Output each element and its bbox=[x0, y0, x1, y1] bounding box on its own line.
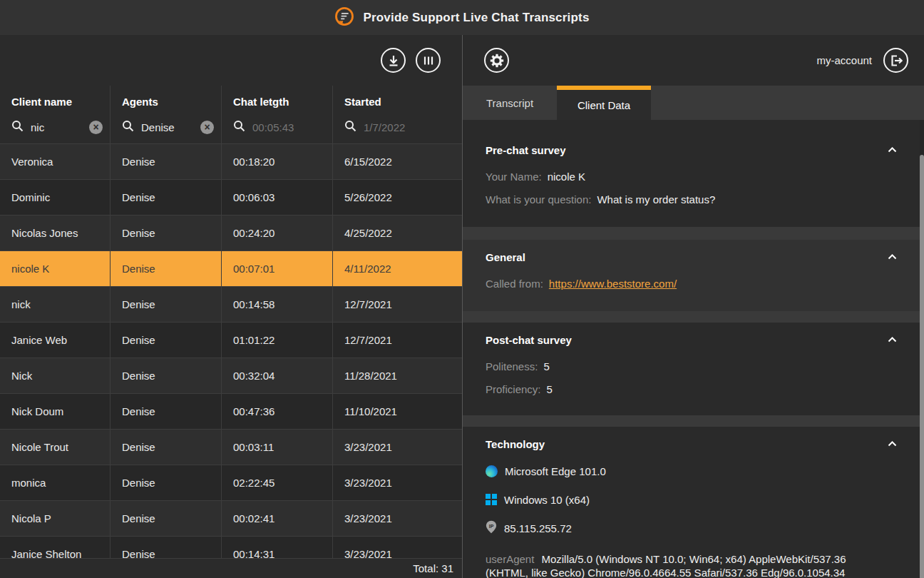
cell-agent: Denise bbox=[111, 323, 222, 358]
cell-started: 3/23/2021 bbox=[333, 501, 462, 536]
cell-client-name: Janice Web bbox=[0, 323, 111, 358]
table-body: VeronicaDenise00:18:206/15/2022DominicDe… bbox=[0, 143, 462, 578]
cell-agent: Denise bbox=[111, 216, 222, 250]
client-data-content: Pre-chat survey Your Name:nicole K What … bbox=[463, 120, 924, 578]
cell-agent: Denise bbox=[111, 180, 222, 215]
search-icon bbox=[11, 120, 24, 135]
cell-agent: Denise bbox=[111, 144, 222, 179]
detail-toolbar: my-account bbox=[463, 35, 924, 86]
os-info: Windows 10 (x64) bbox=[486, 492, 898, 507]
cell-agent: Denise bbox=[111, 394, 222, 429]
clear-filter-icon[interactable]: × bbox=[89, 121, 103, 134]
cell-chat-length: 00:06:03 bbox=[222, 180, 333, 215]
account-name: my-account bbox=[816, 54, 872, 66]
cell-started: 12/7/2021 bbox=[333, 287, 462, 322]
logout-button[interactable] bbox=[883, 48, 908, 73]
section-general: General Called from:https://www.beststor… bbox=[463, 240, 924, 311]
cell-agent: Denise bbox=[111, 465, 222, 500]
search-icon bbox=[344, 120, 356, 135]
columns-settings-button[interactable] bbox=[416, 48, 441, 73]
cell-agent: Denise bbox=[111, 358, 222, 393]
cell-client-name: Nick Doum bbox=[0, 394, 111, 429]
transcript-detail-panel: my-account Transcript Client Data bbox=[462, 35, 924, 578]
detail-tabs: Transcript Client Data bbox=[463, 86, 924, 120]
svg-text:IP: IP bbox=[489, 524, 494, 529]
column-title: Client name bbox=[11, 96, 110, 108]
table-row[interactable]: Nick DoumDenise00:47:3611/10/2021 bbox=[0, 393, 462, 429]
field-question: What is your question:What is my order s… bbox=[486, 193, 898, 207]
agents-filter-input[interactable] bbox=[141, 121, 193, 133]
section-post-chat-survey: Post-chat survey Politeness:5 Proficienc… bbox=[463, 323, 924, 415]
transcripts-list-panel: Client name × Agents bbox=[0, 35, 462, 578]
section-title: Pre-chat survey bbox=[486, 144, 566, 156]
field-proficiency: Proficiency:5 bbox=[486, 382, 898, 397]
section-technology: Technology Microsoft Edge 101.0 Windows … bbox=[463, 427, 924, 578]
browser-info: Microsoft Edge 101.0 bbox=[486, 464, 898, 478]
ip-info: IP 85.115.255.72 bbox=[486, 521, 898, 535]
ip-icon: IP bbox=[486, 520, 497, 536]
logout-icon bbox=[885, 49, 908, 72]
cell-chat-length: 00:32:04 bbox=[222, 358, 333, 393]
table-row[interactable]: Nicola PDenise00:02:413/23/2021 bbox=[0, 500, 462, 536]
cell-chat-length: 02:22:45 bbox=[222, 465, 333, 500]
cell-started: 11/10/2021 bbox=[333, 394, 462, 429]
table-footer: Total: 31 bbox=[0, 558, 462, 578]
user-agent: userAgentMozilla/5.0 (Windows NT 10.0; W… bbox=[486, 552, 898, 578]
cell-client-name: monica bbox=[0, 465, 111, 500]
cell-client-name: Nicolas Jones bbox=[0, 216, 111, 250]
scrollbar-track bbox=[920, 120, 924, 578]
cell-chat-length: 00:47:36 bbox=[222, 394, 333, 429]
table-row[interactable]: Nicolas JonesDenise00:24:204/25/2022 bbox=[0, 215, 462, 250]
section-title: Technology bbox=[486, 438, 545, 450]
table-row[interactable]: Janice WebDenise01:01:2212/7/2021 bbox=[0, 322, 462, 358]
chevron-up-icon[interactable] bbox=[886, 335, 898, 344]
column-title: Chat letgth bbox=[233, 96, 332, 108]
table-row[interactable]: VeronicaDenise00:18:206/15/2022 bbox=[0, 143, 462, 179]
cell-chat-length: 00:24:20 bbox=[222, 216, 333, 250]
columns-icon bbox=[417, 49, 440, 72]
cell-started: 3/23/2021 bbox=[333, 430, 462, 465]
cell-chat-length: 01:01:22 bbox=[222, 323, 333, 358]
cell-agent: Denise bbox=[111, 251, 222, 286]
settings-button[interactable] bbox=[484, 48, 509, 73]
cell-chat-length: 00:02:41 bbox=[222, 501, 333, 536]
field-your-name: Your Name:nicole K bbox=[486, 170, 898, 184]
app-window: Provide Support Live Chat Transcripts bbox=[0, 0, 924, 578]
chevron-up-icon[interactable] bbox=[886, 146, 898, 154]
cell-chat-length: 00:03:11 bbox=[222, 430, 333, 465]
column-agents: Agents × bbox=[111, 86, 222, 143]
scrollbar-thumb[interactable] bbox=[920, 155, 924, 578]
section-pre-chat-survey: Pre-chat survey Your Name:nicole K What … bbox=[463, 133, 924, 227]
cell-chat-length: 00:14:58 bbox=[222, 287, 333, 322]
chat-length-filter-input[interactable] bbox=[252, 121, 325, 133]
chevron-up-icon[interactable] bbox=[886, 253, 898, 261]
cell-started: 5/26/2022 bbox=[333, 180, 462, 215]
total-count: Total: 31 bbox=[413, 562, 453, 574]
cell-chat-length: 00:18:20 bbox=[222, 144, 333, 179]
cell-started: 12/7/2021 bbox=[333, 323, 462, 358]
tab-transcript[interactable]: Transcript bbox=[463, 86, 557, 120]
table-row[interactable]: nicole KDenise00:07:014/11/2022 bbox=[0, 250, 462, 286]
clear-filter-icon[interactable]: × bbox=[200, 121, 214, 134]
cell-client-name: nick bbox=[0, 287, 111, 322]
column-chat-length: Chat letgth bbox=[222, 86, 333, 143]
table-row[interactable]: monicaDenise02:22:453/23/2021 bbox=[0, 465, 462, 500]
table-row[interactable]: Nicole TroutDenise00:03:113/23/2021 bbox=[0, 429, 462, 465]
table-row[interactable]: DominicDenise00:06:035/26/2022 bbox=[0, 179, 462, 215]
list-toolbar bbox=[0, 35, 462, 86]
section-title: Post-chat survey bbox=[486, 334, 572, 346]
tab-client-data[interactable]: Client Data bbox=[557, 86, 651, 120]
column-title: Agents bbox=[122, 96, 221, 108]
edge-icon bbox=[486, 465, 498, 477]
page-title: Provide Support Live Chat Transcripts bbox=[363, 11, 589, 25]
chevron-up-icon[interactable] bbox=[886, 440, 898, 448]
table-row[interactable]: nickDenise00:14:5812/7/2021 bbox=[0, 286, 462, 322]
download-button[interactable] bbox=[381, 48, 406, 73]
client-name-filter-input[interactable] bbox=[31, 121, 82, 133]
called-from-link[interactable]: https://www.beststore.com/ bbox=[549, 278, 677, 290]
windows-icon bbox=[486, 494, 497, 505]
table-row[interactable]: NickDenise00:32:0411/28/2021 bbox=[0, 358, 462, 393]
cell-client-name: nicole K bbox=[0, 251, 111, 286]
column-client-name: Client name × bbox=[0, 86, 111, 143]
cell-started: 11/28/2021 bbox=[333, 358, 462, 393]
